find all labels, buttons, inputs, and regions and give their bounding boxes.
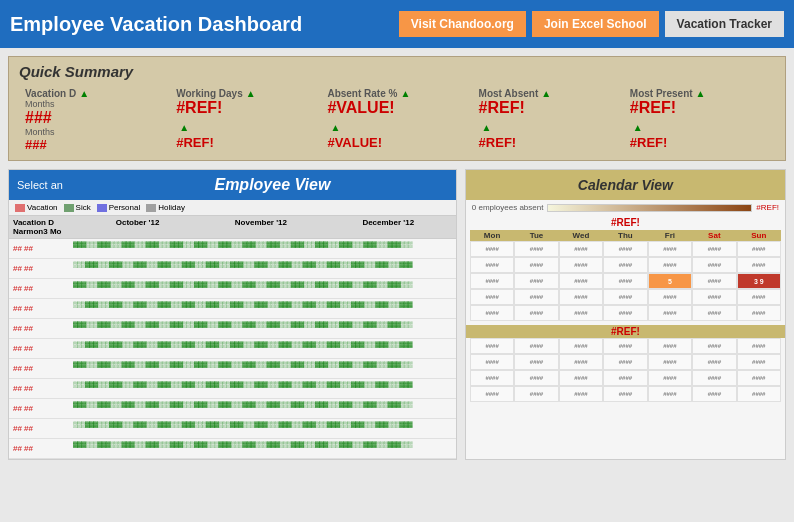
legend-sick-label: Sick [76, 203, 91, 212]
vacation-tracker-button[interactable]: Vacation Tracker [665, 11, 784, 37]
cv-day-cell: #### [514, 273, 558, 289]
ev-grid: ## ## ▓▓▓▒▒▒▓▓▓▒▒▒▓▓▓▒▒▒▓▓▓▒▒▒▓▓▓▒▒▒▓▓▓▒… [9, 239, 456, 459]
cv-day-cell: #### [559, 305, 603, 321]
cv-day-cell: #### [692, 241, 736, 257]
emp-bar-hash: ▓▓▓▒▒▒▓▓▓▒▒▒▓▓▓▒▒▒▓▓▓▒▒▒▓▓▓▒▒▒▓▓▓▒▒▒▓▓▓▒… [73, 241, 452, 248]
emp-bars: ▓▓▓▒▒▒▓▓▓▒▒▒▓▓▓▒▒▒▓▓▓▒▒▒▓▓▓▒▒▒▓▓▓▒▒▒▓▓▓▒… [73, 321, 452, 337]
cv-day-cell: #### [603, 273, 647, 289]
table-row: ## ## ▓▓▓▒▒▒▓▓▓▒▒▒▓▓▓▒▒▒▓▓▓▒▒▒▓▓▓▒▒▒▓▓▓▒… [9, 279, 456, 299]
quick-summary-title: Quick Summary [19, 63, 775, 80]
cv-day-wed: Wed [559, 231, 603, 240]
emp-bar-hash: ▒▒▒▓▓▓▒▒▒▓▓▓▒▒▒▓▓▓▒▒▒▓▓▓▒▒▒▓▓▓▒▒▒▓▓▓▒▒▒▓… [73, 421, 452, 428]
emp-bars: ▒▒▒▓▓▓▒▒▒▓▓▓▒▒▒▓▓▓▒▒▒▓▓▓▒▒▒▓▓▓▒▒▒▓▓▓▒▒▒▓… [73, 261, 452, 277]
cv-absent-bar-visual [547, 204, 752, 212]
ev-month-dec: December '12 [362, 218, 414, 236]
emp-bar-hash: ▓▓▓▒▒▒▓▓▓▒▒▒▓▓▓▒▒▒▓▓▓▒▒▒▓▓▓▒▒▒▓▓▓▒▒▒▓▓▓▒… [73, 401, 452, 408]
emp-name: ## ## [13, 424, 73, 433]
emp-bars: ▒▒▒▓▓▓▒▒▒▓▓▓▒▒▒▓▓▓▒▒▒▓▓▓▒▒▒▓▓▓▒▒▒▓▓▓▒▒▒▓… [73, 381, 452, 397]
cv-day-sun: Sun [737, 231, 781, 240]
legend-vacation: Vacation [15, 203, 58, 212]
emp-name: ## ## [13, 264, 73, 273]
qs-absent-value2: #VALUE! [327, 135, 466, 150]
ev-month-headers: October '12 November '12 December '12 [78, 218, 452, 236]
cv-week-row: #### #### #### #### #### #### #### [470, 289, 781, 305]
cv-day-cell: #### [603, 241, 647, 257]
emp-bar-hash: ▓▓▓▒▒▒▓▓▓▒▒▒▓▓▓▒▒▒▓▓▓▒▒▒▓▓▓▒▒▒▓▓▓▒▒▒▓▓▓▒… [73, 321, 452, 328]
cv-day-cell: #### [470, 257, 514, 273]
qs-months-label1: Months [25, 99, 164, 109]
cv-day-cell: #### [692, 289, 736, 305]
calendar-view-panel: Calendar View 0 employees absent #REF! #… [465, 169, 786, 460]
table-row: ## ## ▓▓▓▒▒▒▓▓▓▒▒▒▓▓▓▒▒▒▓▓▓▒▒▒▓▓▓▒▒▒▓▓▓▒… [9, 359, 456, 379]
qs-vacation-value2: ### [25, 137, 164, 152]
qs-col-most-present: Most Present ▲ #REF! ▲ #REF! [624, 86, 775, 154]
legend-sick-color [64, 204, 74, 212]
qs-vacation-value1: ### [25, 109, 164, 127]
cv-day-cell: #### [692, 338, 736, 354]
emp-bar-hash: ▒▒▒▓▓▓▒▒▒▓▓▓▒▒▒▓▓▓▒▒▒▓▓▓▒▒▒▓▓▓▒▒▒▓▓▓▒▒▒▓… [73, 341, 452, 348]
emp-bars: ▒▒▒▓▓▓▒▒▒▓▓▓▒▒▒▓▓▓▒▒▒▓▓▓▒▒▒▓▓▓▒▒▒▓▓▓▒▒▒▓… [73, 421, 452, 437]
qs-arrow-9: ▲ [633, 122, 643, 133]
qs-col-vacation-days: Vacation D ▲ Months ### Months ### [19, 86, 170, 154]
header-buttons: Visit Chandoo.org Join Excel School Vaca… [399, 11, 784, 37]
cv-week-row: #### #### #### #### #### #### #### [470, 370, 781, 386]
ev-legend: Vacation Sick Personal Holiday [9, 200, 456, 216]
cv-day-cell: #### [559, 370, 603, 386]
emp-name: ## ## [13, 344, 73, 353]
cv-day-cell: #### [603, 386, 647, 402]
cv-day-cell: #### [737, 305, 781, 321]
qs-absent-value1: #VALUE! [327, 99, 466, 117]
employee-view-panel: Select an Employee View Vacation Sick Pe… [8, 169, 457, 460]
cv-title: Calendar View [466, 170, 785, 200]
cv-absent-bar: 0 employees absent #REF! [466, 200, 785, 215]
header: Employee Vacation Dashboard Visit Chando… [0, 0, 794, 48]
qs-most-absent-label: Most Absent [479, 88, 539, 99]
emp-bars: ▓▓▓▒▒▒▓▓▓▒▒▒▓▓▓▒▒▒▓▓▓▒▒▒▓▓▓▒▒▒▓▓▓▒▒▒▓▓▓▒… [73, 401, 452, 417]
join-excel-school-button[interactable]: Join Excel School [532, 11, 659, 37]
legend-personal-color [97, 204, 107, 212]
emp-name: ## ## [13, 284, 73, 293]
qs-col-absent-rate: Absent Rate % ▲ #VALUE! ▲ #VALUE! [321, 86, 472, 154]
cv-day-fri: Fri [648, 231, 692, 240]
qs-most-present-value1: #REF! [630, 99, 769, 117]
cv-day-cell: #### [692, 354, 736, 370]
quick-summary-row: Vacation D ▲ Months ### Months ### Worki… [19, 86, 775, 154]
qs-arrow-8: ▲ [696, 88, 706, 99]
ev-select-label: Select an [17, 179, 97, 191]
emp-name: ## ## [13, 304, 73, 313]
cv-day-cell: #### [470, 241, 514, 257]
legend-personal-label: Personal [109, 203, 141, 212]
cv-day-cell: #### [737, 370, 781, 386]
emp-bars: ▒▒▒▓▓▓▒▒▒▓▓▓▒▒▒▓▓▓▒▒▒▓▓▓▒▒▒▓▓▓▒▒▒▓▓▓▒▒▒▓… [73, 301, 452, 317]
emp-name: ## ## [13, 324, 73, 333]
table-row: ## ## ▒▒▒▓▓▓▒▒▒▓▓▓▒▒▒▓▓▓▒▒▒▓▓▓▒▒▒▓▓▓▒▒▒▓… [9, 259, 456, 279]
ev-month-nov: November '12 [235, 218, 287, 236]
ev-header-name: Vacation D Narmon3 Mo [13, 218, 78, 236]
cv-day-sat: Sat [692, 231, 736, 240]
qs-absent-label: Absent Rate % [327, 88, 397, 99]
visit-chandoo-button[interactable]: Visit Chandoo.org [399, 11, 526, 37]
emp-name: ## ## [13, 384, 73, 393]
legend-holiday-color [146, 204, 156, 212]
qs-working-value1: #REF! [176, 99, 315, 117]
cv-day-cell: #### [648, 241, 692, 257]
cv-day-cell: #### [603, 257, 647, 273]
cv-day-cell: #### [692, 305, 736, 321]
qs-arrow-5: ▲ [330, 122, 340, 133]
cv-day-cell: #### [559, 386, 603, 402]
ev-month-oct: October '12 [116, 218, 160, 236]
table-row: ## ## ▒▒▒▓▓▓▒▒▒▓▓▓▒▒▒▓▓▓▒▒▒▓▓▓▒▒▒▓▓▓▒▒▒▓… [9, 339, 456, 359]
cv-week-row: #### #### #### #### 5 #### 3 9 [470, 273, 781, 289]
emp-bars: ▒▒▒▓▓▓▒▒▒▓▓▓▒▒▒▓▓▓▒▒▒▓▓▓▒▒▒▓▓▓▒▒▒▓▓▓▒▒▒▓… [73, 341, 452, 357]
cv-day-cell: #### [470, 386, 514, 402]
cv-day-cell: #### [737, 354, 781, 370]
cv-ref-value: #REF! [756, 203, 779, 212]
cv-week-row: #### #### #### #### #### #### #### [470, 386, 781, 402]
cv-day-cell: #### [692, 386, 736, 402]
qs-working-value2: #REF! [176, 135, 315, 150]
cv-week-row: #### #### #### #### #### #### #### [470, 241, 781, 257]
cv-month2-title: #REF! [466, 325, 785, 338]
page-title: Employee Vacation Dashboard [10, 13, 399, 36]
cv-day-cell: #### [470, 289, 514, 305]
cv-day-cell: #### [514, 257, 558, 273]
